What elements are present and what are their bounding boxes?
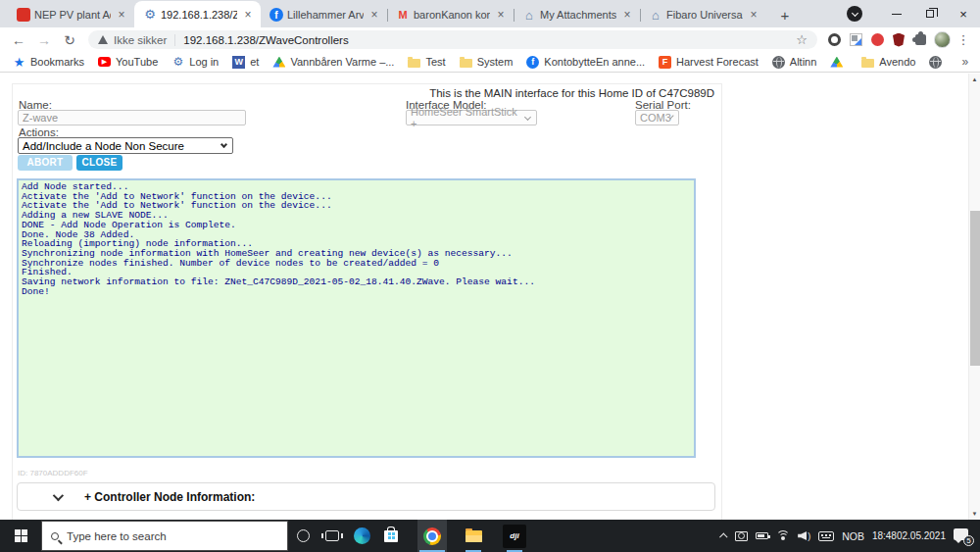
translate-extension-icon[interactable] — [845, 29, 866, 51]
action-center-button[interactable]: 5 — [954, 527, 973, 545]
scroll-down-arrow-icon[interactable]: ▼ — [969, 511, 980, 517]
tab-zwave-controllers[interactable]: 192.168.1.238/ZWaveC × — [134, 1, 261, 27]
bookmarks-bar: Bookmarks YouTube Log in et Vannbåren Va… — [0, 52, 980, 73]
tab-my-attachments[interactable]: My Attachments - Hje × — [514, 2, 640, 27]
browser-toolbar: ← → ↻ Ikke sikker 192.168.1.238/ZWaveCon… — [0, 27, 980, 52]
edge-icon — [354, 527, 370, 544]
back-button[interactable]: ← — [6, 32, 31, 48]
tab-close-icon[interactable]: × — [747, 8, 760, 22]
media-controls-button[interactable] — [847, 6, 862, 22]
tab-close-icon[interactable]: × — [620, 8, 634, 22]
language-indicator[interactable]: NOB — [842, 530, 864, 542]
browser-tab-strip: NEP PV plant Administ × 192.168.1.238/ZW… — [0, 0, 980, 27]
store-button[interactable] — [376, 520, 406, 552]
tab-favicon-icon — [522, 8, 536, 22]
actions-select[interactable]: Add/Include a Node Non Secure — [18, 137, 233, 154]
shield-extension-icon[interactable] — [888, 29, 909, 51]
cortana-button[interactable] — [288, 520, 318, 552]
bookmark-folder-avendo[interactable]: Avendo — [855, 53, 922, 71]
bookmark-bookmarks[interactable]: Bookmarks — [6, 53, 91, 71]
bookmark-label: Test — [425, 56, 445, 68]
restore-button[interactable] — [913, 0, 947, 27]
security-label[interactable]: Ikke sikker — [114, 34, 167, 46]
not-secure-icon — [98, 35, 108, 44]
extensions-puzzle-icon[interactable] — [909, 29, 931, 51]
controller-node-info-label: + Controller Node Information: — [84, 490, 255, 504]
tab-close-icon[interactable]: × — [368, 8, 381, 22]
page-content: This is the MAIN interface for this Home… — [0, 74, 980, 520]
cortana-icon — [297, 529, 310, 542]
scrollbar-thumb[interactable] — [970, 211, 980, 366]
address-bar[interactable]: Ikke sikker 192.168.1.238/ZWaveControlle… — [88, 30, 817, 49]
abort-button[interactable]: ABORT — [18, 155, 73, 171]
bookmark-altinn[interactable]: Altinn — [765, 53, 824, 71]
browser-menu-button[interactable]: ⋮ — [953, 29, 974, 51]
new-tab-button[interactable]: + — [772, 2, 798, 27]
bookmark-et[interactable]: et — [225, 53, 266, 71]
tab-fibaro-universal[interactable]: Fibaro Universal Binar × — [640, 2, 766, 27]
bookmark-vannbaren-varme[interactable]: Vannbåren Varme –... — [266, 53, 401, 71]
w-icon — [232, 56, 245, 69]
zwave-log-textarea[interactable]: Add Node started... Activate the 'Add to… — [17, 178, 696, 458]
system-tray: ) NOB 18:48 02.05.2021 5 — [717, 527, 980, 545]
bookmark-label: YouTube — [116, 56, 158, 68]
folder-icon — [460, 59, 472, 68]
edge-button[interactable] — [347, 520, 376, 552]
name-input[interactable] — [18, 110, 246, 125]
bookmarks-overflow-button[interactable]: » — [954, 55, 976, 69]
taskbar-search-box[interactable] — [41, 521, 288, 551]
bookmark-folder-system[interactable]: System — [453, 53, 520, 71]
forward-button[interactable]: → — [31, 32, 57, 48]
page-scrollbar[interactable]: ▲ ▼ — [968, 74, 980, 520]
search-input[interactable] — [67, 530, 243, 542]
bookmark-folder-test[interactable]: Test — [401, 53, 452, 71]
close-button[interactable]: CLOSE — [76, 155, 122, 171]
start-button[interactable] — [0, 520, 41, 552]
tray-keyboard-button[interactable] — [818, 531, 834, 541]
taskbar-clock[interactable]: 18:48 02.05.2021 — [872, 530, 946, 542]
reload-button[interactable]: ↻ — [57, 32, 82, 48]
bookmark-star-icon[interactable]: ☆ — [796, 32, 808, 47]
globe-icon — [929, 56, 942, 69]
tab-close-icon[interactable]: × — [494, 8, 508, 22]
controller-node-info-header[interactable]: + Controller Node Information: — [17, 482, 715, 511]
keyboard-icon — [818, 531, 834, 541]
dji-app-button[interactable]: dji — [500, 520, 529, 552]
tab-baronkanon[interactable]: baronKanon komment × — [387, 2, 514, 27]
tab-lillehammer[interactable]: Lillehammer Arveklub × — [261, 2, 387, 27]
clock-date: 02.05.2021 — [897, 530, 946, 542]
bookmark-globe[interactable] — [922, 53, 954, 71]
webcam-extension-icon[interactable] — [823, 29, 845, 51]
minimize-button[interactable] — [880, 0, 913, 27]
tab-separator — [640, 9, 641, 22]
profile-avatar[interactable] — [931, 29, 953, 51]
chrome-button[interactable] — [417, 520, 447, 552]
tray-expand-button[interactable] — [721, 533, 727, 539]
chevron-down-icon — [53, 489, 64, 500]
adblock-extension-icon[interactable] — [866, 29, 888, 51]
tray-volume-button[interactable]: ) — [798, 531, 810, 541]
actions-value: Add/Include a Node Non Secure — [23, 140, 184, 152]
bookmark-drive[interactable] — [823, 53, 855, 71]
file-explorer-button[interactable] — [459, 520, 488, 552]
close-window-button[interactable]: × — [947, 0, 980, 27]
tab-close-icon[interactable]: × — [115, 8, 128, 22]
bookmark-kontobytte[interactable]: KontobytteEn anne... — [519, 53, 652, 71]
tab-nep-pv-plant[interactable]: NEP PV plant Administ × — [8, 2, 134, 27]
scroll-up-arrow-icon[interactable]: ▲ — [969, 76, 980, 82]
bookmark-youtube[interactable]: YouTube — [91, 53, 165, 71]
interface-model-select[interactable]: HomeSeer SmartStick + — [406, 110, 537, 125]
chevron-down-icon — [524, 113, 531, 120]
tray-display-button[interactable] — [735, 531, 748, 541]
tray-network-button[interactable] — [776, 530, 790, 541]
globe-icon — [772, 56, 785, 69]
task-view-button[interactable] — [318, 520, 347, 552]
bookmark-label: Harvest Forecast — [676, 56, 759, 68]
serial-port-value: COM3 — [640, 112, 671, 124]
tray-battery-button[interactable] — [756, 532, 768, 539]
bookmark-login[interactable]: Log in — [165, 53, 225, 71]
serial-port-select[interactable]: COM3 — [635, 110, 679, 125]
main-interface-notice: This is the MAIN interface for this Home… — [429, 87, 714, 99]
bookmark-harvest-forecast[interactable]: Harvest Forecast — [652, 53, 765, 71]
tab-close-icon[interactable]: × — [241, 8, 255, 22]
